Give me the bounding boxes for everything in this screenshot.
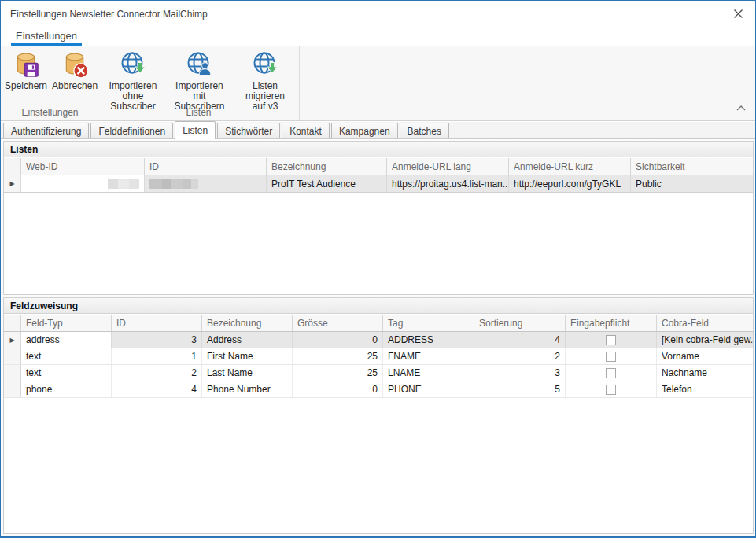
cell-anmelde-url-kurz[interactable]: http://eepurl.com/gTyGKL	[509, 175, 631, 192]
cell-groesse[interactable]: 0	[293, 332, 383, 348]
cell-id[interactable]	[145, 175, 267, 192]
cell-eingabepflicht	[566, 348, 657, 364]
collapse-ribbon-icon[interactable]	[736, 100, 746, 114]
table-row[interactable]: ▶ address 3 Address 0 ADDRESS 4 [Kein co…	[4, 332, 753, 348]
globe-import-icon	[119, 50, 147, 79]
ribbon-tab-einstellungen[interactable]: Einstellungen	[11, 30, 82, 46]
cell-bezeichnung[interactable]: ProIT Test Audience	[267, 175, 387, 192]
cell-tag[interactable]: ADDRESS	[383, 332, 474, 348]
cell-id[interactable]: 1	[112, 348, 202, 364]
tab-strip: Authentifizierung Felddefinitionen Liste…	[1, 122, 755, 139]
listen-tab-panel: Listen Web-ID ID Bezeichnung Anmelde-URL…	[1, 140, 755, 536]
abbrechen-button[interactable]: Abbrechen	[50, 49, 100, 93]
column-header-sichtbarkeit[interactable]: Sichtbarkeit	[631, 158, 753, 175]
cell-eingabepflicht	[566, 381, 657, 397]
tab-kampagnen[interactable]: Kampagnen	[331, 123, 398, 138]
row-selector[interactable]	[4, 381, 21, 397]
cell-tag[interactable]: PHONE	[383, 381, 474, 397]
tab-kontakt[interactable]: Kontakt	[282, 123, 330, 138]
column-header-bezeichnung[interactable]: Bezeichnung	[267, 158, 387, 175]
eingabepflicht-checkbox[interactable]	[606, 385, 616, 395]
cell-bezeichnung[interactable]: Address	[202, 332, 293, 348]
column-header-cobra-feld[interactable]: Cobra-Feld	[657, 315, 753, 331]
row-selector-arrow[interactable]: ▶	[4, 332, 21, 348]
cell-feld-typ[interactable]: text	[21, 365, 112, 381]
importieren-ohne-subscriber-button[interactable]: Importieren ohne Subscriber	[98, 49, 168, 113]
listen-grid-header: Web-ID ID Bezeichnung Anmelde-URL lang A…	[4, 158, 753, 175]
column-header-anmelde-url-kurz[interactable]: Anmelde-URL kurz	[509, 158, 631, 175]
cell-sortierung[interactable]: 5	[474, 381, 566, 397]
cell-bezeichnung[interactable]: Last Name	[202, 365, 293, 381]
ribbon-group-einstellungen: Speichern Abbrechen	[2, 46, 98, 120]
cell-sortierung[interactable]: 3	[474, 365, 566, 381]
row-selector-arrow[interactable]: ▶	[4, 175, 21, 192]
column-header-anmelde-url-lang[interactable]: Anmelde-URL lang	[387, 158, 509, 175]
cell-id[interactable]: 2	[112, 365, 202, 381]
column-header-groesse[interactable]: Grösse	[293, 315, 383, 331]
feldzuweisung-grid: Feld-Typ ID Bezeichnung Grösse Tag Sorti…	[4, 315, 753, 533]
cell-cobra-feld[interactable]: Telefon	[657, 381, 753, 397]
eingabepflicht-checkbox[interactable]	[606, 352, 616, 362]
close-icon[interactable]	[733, 9, 743, 19]
column-header-feld-typ[interactable]: Feld-Typ	[21, 315, 112, 331]
abbrechen-label: Abbrechen	[52, 81, 98, 91]
tab-authentifizierung[interactable]: Authentifizierung	[3, 123, 89, 138]
eingabepflicht-checkbox[interactable]	[606, 368, 616, 378]
ribbon-tab-row: Einstellungen	[1, 27, 755, 46]
cell-cobra-feld[interactable]: [Kein cobra-Feld gew...	[657, 332, 753, 348]
ribbon-group-label-einstellungen: Einstellungen	[2, 107, 98, 118]
cell-feld-typ[interactable]: address	[21, 332, 112, 348]
listen-migrieren-button[interactable]: Listen migrieren auf v3	[231, 49, 299, 113]
row-selector[interactable]	[4, 348, 21, 364]
column-header-web-id[interactable]: Web-ID	[21, 158, 145, 175]
tab-stichwoerter[interactable]: Stichwörter	[217, 123, 280, 138]
column-header-sortierung[interactable]: Sortierung	[474, 315, 566, 331]
globe-migrate-icon	[251, 50, 279, 79]
table-row[interactable]: text 2 Last Name 25 LNAME 3 Nachname	[4, 365, 753, 381]
cell-web-id[interactable]	[21, 175, 145, 192]
importieren-mit-subscribern-button[interactable]: Importieren mit Subscribern	[168, 49, 231, 113]
cell-id[interactable]: 3	[112, 332, 202, 348]
cell-eingabepflicht	[566, 332, 657, 348]
cell-anmelde-url-lang[interactable]: https://proitag.us4.list-man...	[387, 175, 509, 192]
tab-felddefinitionen[interactable]: Felddefinitionen	[90, 123, 173, 138]
column-header-bezeichnung[interactable]: Bezeichnung	[202, 315, 293, 331]
cell-groesse[interactable]: 25	[293, 365, 383, 381]
cell-groesse[interactable]: 0	[293, 381, 383, 397]
title-bar: Einstellungen Newsletter Connector MailC…	[1, 1, 755, 27]
table-row[interactable]: phone 4 Phone Number 0 PHONE 5 Telefon	[4, 381, 753, 398]
cell-tag[interactable]: FNAME	[383, 348, 474, 364]
column-header-eingabepflicht[interactable]: Eingabepflicht	[566, 315, 657, 331]
ribbon-group-listen: Importieren ohne Subscriber	[98, 46, 300, 120]
row-selector[interactable]	[4, 365, 21, 381]
eingabepflicht-checkbox[interactable]	[606, 335, 616, 345]
cell-bezeichnung[interactable]: First Name	[202, 348, 293, 364]
cell-feld-typ[interactable]: text	[21, 348, 112, 364]
table-row[interactable]: text 1 First Name 25 FNAME 2 Vorname	[4, 348, 753, 365]
tab-batches[interactable]: Batches	[400, 123, 449, 138]
cell-sichtbarkeit[interactable]: Public	[631, 175, 753, 192]
database-save-icon	[12, 50, 40, 79]
speichern-button[interactable]: Speichern	[2, 49, 50, 93]
tab-listen[interactable]: Listen	[175, 121, 216, 139]
table-row[interactable]: ▶ ProIT Test Audience https://proitag.us…	[4, 175, 753, 193]
cell-feld-typ[interactable]: phone	[21, 381, 112, 397]
ribbon: Einstellungen	[1, 27, 755, 121]
row-selector-header	[4, 158, 21, 175]
listen-groupbox: Listen Web-ID ID Bezeichnung Anmelde-URL…	[3, 141, 754, 295]
feldzuweisung-grid-header: Feld-Typ ID Bezeichnung Grösse Tag Sorti…	[4, 315, 753, 332]
feldzuweisung-groupbox-title: Feldzuweisung	[4, 298, 753, 314]
column-header-id[interactable]: ID	[145, 158, 267, 175]
cell-cobra-feld[interactable]: Vorname	[657, 348, 753, 364]
cell-sortierung[interactable]: 2	[474, 348, 566, 364]
cell-cobra-feld[interactable]: Nachname	[657, 365, 753, 381]
cell-id[interactable]: 4	[112, 381, 202, 397]
speichern-label: Speichern	[5, 81, 47, 91]
column-header-tag[interactable]: Tag	[383, 315, 474, 331]
cell-sortierung[interactable]: 4	[474, 332, 566, 348]
cell-tag[interactable]: LNAME	[383, 365, 474, 381]
globe-import-subscribers-icon	[185, 50, 213, 79]
cell-groesse[interactable]: 25	[293, 348, 383, 364]
column-header-id[interactable]: ID	[112, 315, 202, 331]
cell-bezeichnung[interactable]: Phone Number	[202, 381, 293, 397]
